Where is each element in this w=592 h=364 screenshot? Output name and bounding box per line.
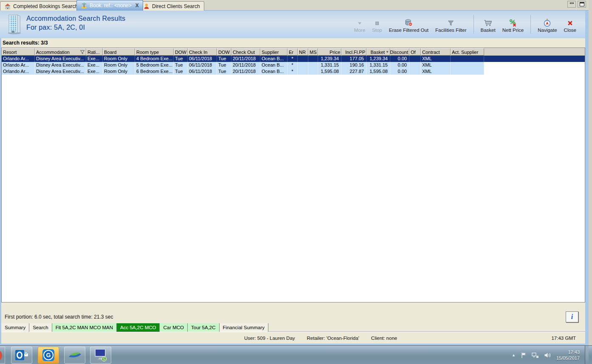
toolbar-button-label: Basket	[481, 28, 496, 33]
toolbar: MoreStopErase Filtered OutFacilities Fil…	[353, 15, 578, 34]
taskbar-clock[interactable]: 17:43 15/05/2017	[556, 349, 580, 361]
cell-nr	[298, 68, 308, 75]
bottom-tab-tour-5a-2c[interactable]: Tour 5A,2C	[188, 323, 220, 332]
show-desktop-button[interactable]	[585, 346, 589, 364]
column-header-dow[interactable]: DOW	[174, 48, 188, 56]
cell-board: Room Only	[103, 68, 135, 75]
nett-price-button[interactable]: Nett Price	[501, 17, 525, 34]
bottom-tab-summary[interactable]: Summary	[1, 323, 29, 332]
taskbar-item-swoosh[interactable]	[64, 347, 85, 364]
cell-supplier: Ocean B...	[260, 56, 288, 62]
column-header-act-supplier[interactable]: Act. Supplier	[451, 48, 484, 56]
column-header-accommodation[interactable]: Accommodation	[35, 48, 86, 56]
column-header-discount[interactable]: Discount	[390, 48, 409, 56]
navigate-button[interactable]: Navigate	[536, 17, 558, 34]
column-header-check-out[interactable]: Check Out	[231, 48, 260, 56]
column-header-dow[interactable]: DOW	[217, 48, 231, 56]
bottom-tab-car-mco[interactable]: Car MCO	[160, 323, 188, 332]
column-header-supplier[interactable]: Supplier	[260, 48, 288, 56]
column-header-of[interactable]: Of	[409, 48, 421, 56]
toolbar-button-label: Navigate	[538, 28, 557, 33]
table-row[interactable]: Orlando Ar...Disney Area Executiv...Exe.…	[2, 56, 585, 62]
show-hidden-icons[interactable]: ▲	[512, 353, 516, 357]
close-icon	[567, 18, 574, 27]
page-title-line1: Accommodation Search Results	[26, 14, 125, 23]
bottom-tab-bar: SummarySearchFlt 5A,2C MAN MCO MANAcc 5A…	[1, 323, 585, 332]
toolbar-button-label: Nett Price	[502, 28, 524, 33]
cell-check-in: 06/11/2018	[188, 56, 217, 62]
cell-board: Room Only	[103, 62, 135, 68]
erase-filtered-out-button[interactable]: Erase Filtered Out	[388, 17, 430, 34]
column-header-label: Incl.Fl.PP	[345, 50, 365, 55]
volume-icon[interactable]	[544, 352, 551, 358]
cell-basket: 1,239.34	[366, 56, 390, 62]
info-button[interactable]: i	[566, 311, 578, 322]
maximize-icon	[580, 2, 584, 6]
cell-of	[409, 62, 421, 68]
close-button[interactable]: Close	[563, 17, 578, 34]
taskbar-item-remote-desktop[interactable]	[90, 347, 111, 364]
network-icon[interactable]	[532, 352, 539, 358]
column-header-basket[interactable]: Basket▼	[366, 48, 390, 56]
bottom-tab-financial-summary[interactable]: Financial Summary	[220, 323, 268, 332]
column-header-label: Rati...	[87, 50, 100, 55]
tab-direct-clients-search[interactable]: Direct Clients Search	[139, 1, 204, 11]
column-header-incl-fl-pp[interactable]: Incl.Fl.PP	[341, 48, 366, 56]
basket-button[interactable]: Basket	[479, 17, 497, 34]
maximize-button[interactable]	[578, 1, 586, 8]
cell-dow: Tue	[174, 62, 188, 68]
cell-contract: XML	[421, 68, 451, 75]
results-summary: Search results: 3/3	[0, 38, 589, 48]
tab-close-icon[interactable]: X	[135, 3, 139, 8]
action-center-flag-icon[interactable]	[521, 352, 527, 358]
cell-discount: 0.00	[390, 62, 409, 68]
column-header-rati[interactable]: Rati...	[86, 48, 103, 56]
minimize-button[interactable]	[567, 1, 576, 8]
column-header-ms[interactable]: MS	[308, 48, 318, 56]
cell-er: *	[288, 62, 298, 68]
table-row[interactable]: Orlando Ar...Disney Area Executiv...Exe.…	[2, 62, 585, 68]
clock-time: 17:43	[556, 349, 580, 355]
cell-basket: 1,331.15	[366, 62, 390, 68]
tab-book-ref-none[interactable]: Book. ref.: <none>X	[76, 0, 143, 11]
column-header-contract[interactable]: Contract	[421, 48, 451, 56]
navigate-icon	[543, 18, 551, 27]
cell-dow: Tue	[174, 56, 188, 62]
cell-act-supplier	[451, 68, 484, 75]
cell-dow: Tue	[217, 62, 231, 68]
page-title: Accommodation Search Results For pax: 5A…	[26, 14, 125, 32]
column-header-price[interactable]: Price	[318, 48, 341, 56]
tab-completed-bookings-search[interactable]: Completed Bookings Search	[0, 1, 82, 11]
cell-resort: Orlando Ar...	[2, 62, 35, 68]
cell-check-out: 20/11/2018	[231, 68, 260, 75]
tab-label: Direct Clients Search	[152, 3, 200, 9]
bottom-tab-search[interactable]: Search	[29, 323, 52, 332]
cell-nr	[298, 62, 308, 68]
taskbar-item-chrome-partial[interactable]	[0, 347, 5, 364]
facilities-filter-button[interactable]: Facilities Filter	[434, 17, 468, 34]
column-header-board[interactable]: Board	[103, 48, 135, 56]
cell-er: *	[288, 68, 298, 75]
hotel-building-icon	[7, 14, 23, 35]
column-header-check-in[interactable]: Check In	[188, 48, 217, 56]
table-row[interactable]: Orlando Ar...Disney Area Executiv...Exe.…	[2, 68, 585, 75]
taskbar-item-outlook[interactable]	[11, 347, 32, 364]
column-header-resort[interactable]: Resort	[2, 48, 35, 56]
g-app-icon: G	[42, 349, 55, 361]
bottom-tab-acc-5a-2c-mco[interactable]: Acc 5A,2C MCO	[117, 323, 160, 332]
taskbar: G ▲	[0, 345, 592, 364]
column-header-room-type[interactable]: Room type	[135, 48, 174, 56]
user-info: User: 509 - Lauren Day	[244, 336, 295, 341]
cell-room-type: 5 Bedroom Exe...	[135, 62, 174, 68]
column-header-nr[interactable]: NR	[298, 48, 308, 56]
toolbar-separator	[474, 15, 474, 34]
cell-accommodation: Disney Area Executiv...	[35, 56, 86, 62]
bottom-tab-flt-5a-2c-man-mco-man[interactable]: Flt 5A,2C MAN MCO MAN	[52, 323, 117, 332]
taskbar-item-g-app[interactable]: G	[38, 347, 59, 364]
cell-room-type: 4 Bedroom Exe...	[135, 56, 174, 62]
retailer-info: Retailer: 'Ocean-Florida'	[307, 336, 359, 341]
cell-check-out: 20/11/2018	[231, 56, 260, 62]
column-header-er[interactable]: Er	[288, 48, 298, 56]
column-header-label: DOW	[218, 50, 230, 55]
cell-ms	[308, 56, 318, 62]
